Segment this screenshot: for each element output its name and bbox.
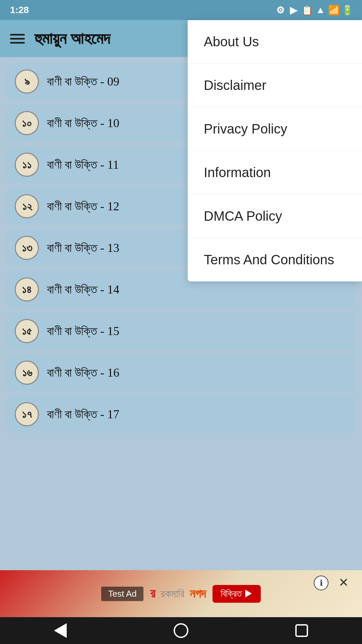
menu-item-privacy-policy[interactable]: Privacy Policy: [188, 107, 362, 151]
menu-item-about-us[interactable]: About Us: [188, 20, 362, 64]
menu-item-disclaimer[interactable]: Disclaimer: [188, 64, 362, 107]
dropdown-overlay: About Us Disclaimer Privacy Policy Infor…: [0, 0, 362, 644]
dropdown-menu: About Us Disclaimer Privacy Policy Infor…: [188, 20, 362, 281]
menu-item-information[interactable]: Information: [188, 151, 362, 195]
menu-item-dmca-policy[interactable]: DMCA Policy: [188, 195, 362, 238]
menu-item-terms-and-conditions[interactable]: Terms And Conditions: [188, 238, 362, 281]
